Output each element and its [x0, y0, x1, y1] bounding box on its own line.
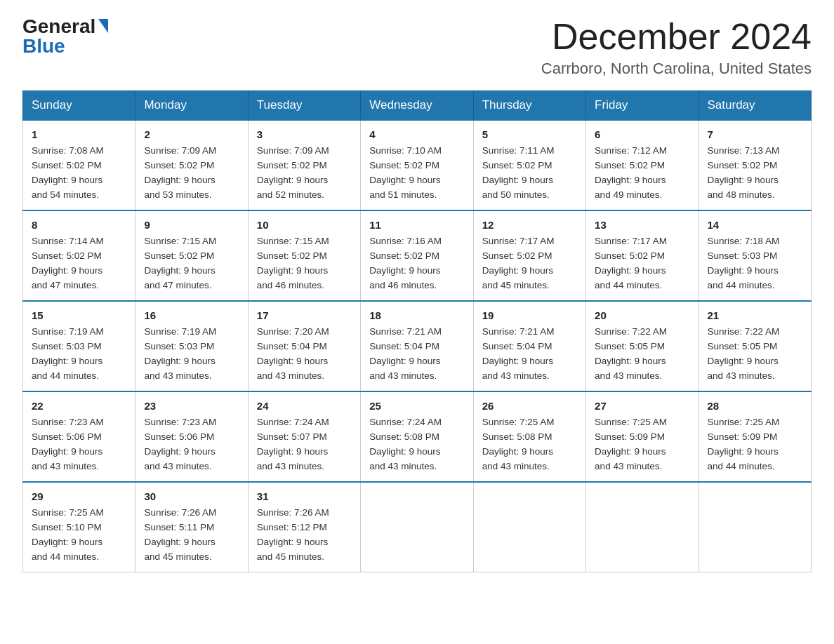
day-number: 2 — [144, 126, 239, 142]
day-info: Sunrise: 7:26 AMSunset: 5:12 PMDaylight:… — [257, 507, 329, 562]
calendar-cell: 16Sunrise: 7:19 AMSunset: 5:03 PMDayligh… — [135, 301, 248, 391]
day-info: Sunrise: 7:21 AMSunset: 5:04 PMDaylight:… — [369, 326, 442, 381]
calendar-cell: 7Sunrise: 7:13 AMSunset: 5:02 PMDaylight… — [699, 120, 811, 210]
logo-triangle-icon — [98, 19, 108, 33]
calendar-cell: 30Sunrise: 7:26 AMSunset: 5:11 PMDayligh… — [135, 482, 248, 572]
weekday-header-monday: Monday — [135, 91, 248, 121]
day-number: 26 — [482, 398, 577, 414]
weekday-header-row: SundayMondayTuesdayWednesdayThursdayFrid… — [23, 91, 812, 121]
calendar-cell — [361, 482, 473, 572]
calendar-cell: 11Sunrise: 7:16 AMSunset: 5:02 PMDayligh… — [361, 210, 473, 301]
day-number: 12 — [482, 217, 577, 233]
day-number: 16 — [144, 307, 239, 323]
day-info: Sunrise: 7:25 AMSunset: 5:09 PMDaylight:… — [708, 417, 780, 471]
day-number: 24 — [257, 398, 352, 414]
calendar-cell — [473, 482, 585, 572]
page-header: General Blue December 2024 Carrboro, Nor… — [22, 17, 812, 78]
day-number: 30 — [144, 488, 239, 504]
day-number: 9 — [144, 217, 239, 233]
calendar-cell: 18Sunrise: 7:21 AMSunset: 5:04 PMDayligh… — [361, 301, 473, 391]
weekday-header-saturday: Saturday — [699, 91, 811, 121]
day-number: 18 — [369, 307, 464, 323]
calendar-cell: 8Sunrise: 7:14 AMSunset: 5:02 PMDaylight… — [23, 210, 135, 301]
day-number: 6 — [595, 126, 689, 142]
day-number: 15 — [32, 307, 126, 323]
day-info: Sunrise: 7:21 AMSunset: 5:04 PMDaylight:… — [482, 326, 555, 381]
day-info: Sunrise: 7:25 AMSunset: 5:09 PMDaylight:… — [595, 417, 667, 471]
day-number: 8 — [32, 217, 126, 233]
day-info: Sunrise: 7:26 AMSunset: 5:11 PMDaylight:… — [144, 507, 216, 562]
day-number: 22 — [32, 398, 126, 414]
day-number: 17 — [257, 307, 352, 323]
day-info: Sunrise: 7:19 AMSunset: 5:03 PMDaylight:… — [32, 326, 104, 381]
logo: General Blue — [22, 17, 108, 56]
logo-general-text: General — [22, 17, 95, 36]
day-info: Sunrise: 7:10 AMSunset: 5:02 PMDaylight:… — [369, 145, 442, 200]
calendar-cell: 31Sunrise: 7:26 AMSunset: 5:12 PMDayligh… — [248, 482, 360, 572]
calendar-cell: 12Sunrise: 7:17 AMSunset: 5:02 PMDayligh… — [473, 210, 585, 301]
calendar-cell: 5Sunrise: 7:11 AMSunset: 5:02 PMDaylight… — [473, 120, 585, 210]
day-info: Sunrise: 7:19 AMSunset: 5:03 PMDaylight:… — [144, 326, 216, 381]
calendar-cell: 1Sunrise: 7:08 AMSunset: 5:02 PMDaylight… — [23, 120, 135, 210]
day-info: Sunrise: 7:08 AMSunset: 5:02 PMDaylight:… — [32, 145, 104, 200]
day-number: 27 — [595, 398, 689, 414]
calendar-cell: 3Sunrise: 7:09 AMSunset: 5:02 PMDaylight… — [248, 120, 360, 210]
day-info: Sunrise: 7:13 AMSunset: 5:02 PMDaylight:… — [708, 145, 780, 200]
calendar-cell: 20Sunrise: 7:22 AMSunset: 5:05 PMDayligh… — [586, 301, 699, 391]
day-number: 23 — [144, 398, 239, 414]
day-info: Sunrise: 7:23 AMSunset: 5:06 PMDaylight:… — [144, 417, 216, 471]
calendar-cell: 14Sunrise: 7:18 AMSunset: 5:03 PMDayligh… — [699, 210, 811, 301]
day-info: Sunrise: 7:25 AMSunset: 5:10 PMDaylight:… — [32, 507, 104, 562]
calendar-cell: 29Sunrise: 7:25 AMSunset: 5:10 PMDayligh… — [23, 482, 135, 572]
calendar-cell: 22Sunrise: 7:23 AMSunset: 5:06 PMDayligh… — [23, 391, 135, 482]
day-number: 4 — [369, 126, 464, 142]
weekday-header-wednesday: Wednesday — [361, 91, 473, 121]
day-number: 21 — [708, 307, 802, 323]
day-number: 31 — [257, 488, 352, 504]
day-number: 13 — [595, 217, 689, 233]
day-info: Sunrise: 7:20 AMSunset: 5:04 PMDaylight:… — [257, 326, 329, 381]
day-info: Sunrise: 7:23 AMSunset: 5:06 PMDaylight:… — [32, 417, 104, 471]
month-title: December 2024 — [541, 17, 812, 57]
calendar-cell: 28Sunrise: 7:25 AMSunset: 5:09 PMDayligh… — [699, 391, 811, 482]
weekday-header-sunday: Sunday — [23, 91, 135, 121]
day-number: 29 — [32, 488, 126, 504]
day-info: Sunrise: 7:16 AMSunset: 5:02 PMDaylight:… — [369, 236, 442, 290]
day-info: Sunrise: 7:18 AMSunset: 5:03 PMDaylight:… — [708, 236, 780, 290]
calendar-cell — [586, 482, 699, 572]
calendar-cell: 27Sunrise: 7:25 AMSunset: 5:09 PMDayligh… — [586, 391, 699, 482]
calendar-cell: 26Sunrise: 7:25 AMSunset: 5:08 PMDayligh… — [473, 391, 585, 482]
day-number: 25 — [369, 398, 464, 414]
calendar-cell: 19Sunrise: 7:21 AMSunset: 5:04 PMDayligh… — [473, 301, 585, 391]
day-info: Sunrise: 7:17 AMSunset: 5:02 PMDaylight:… — [595, 236, 667, 290]
day-number: 10 — [257, 217, 352, 233]
day-number: 7 — [708, 126, 802, 142]
calendar-week-row: 29Sunrise: 7:25 AMSunset: 5:10 PMDayligh… — [23, 482, 812, 572]
logo-blue-text: Blue — [22, 36, 65, 56]
calendar-week-row: 15Sunrise: 7:19 AMSunset: 5:03 PMDayligh… — [23, 301, 812, 391]
day-info: Sunrise: 7:09 AMSunset: 5:02 PMDaylight:… — [144, 145, 216, 200]
day-info: Sunrise: 7:17 AMSunset: 5:02 PMDaylight:… — [482, 236, 555, 290]
day-number: 1 — [32, 126, 126, 142]
day-number: 11 — [369, 217, 464, 233]
day-info: Sunrise: 7:12 AMSunset: 5:02 PMDaylight:… — [595, 145, 667, 200]
day-number: 5 — [482, 126, 577, 142]
calendar-week-row: 1Sunrise: 7:08 AMSunset: 5:02 PMDaylight… — [23, 120, 812, 210]
day-number: 14 — [708, 217, 802, 233]
calendar-cell: 25Sunrise: 7:24 AMSunset: 5:08 PMDayligh… — [361, 391, 473, 482]
day-info: Sunrise: 7:15 AMSunset: 5:02 PMDaylight:… — [144, 236, 216, 290]
weekday-header-thursday: Thursday — [473, 91, 585, 121]
day-info: Sunrise: 7:15 AMSunset: 5:02 PMDaylight:… — [257, 236, 329, 290]
day-number: 19 — [482, 307, 577, 323]
calendar-cell: 17Sunrise: 7:20 AMSunset: 5:04 PMDayligh… — [248, 301, 360, 391]
day-number: 20 — [595, 307, 689, 323]
day-info: Sunrise: 7:11 AMSunset: 5:02 PMDaylight:… — [482, 145, 555, 200]
calendar-cell: 4Sunrise: 7:10 AMSunset: 5:02 PMDaylight… — [361, 120, 473, 210]
calendar-cell: 9Sunrise: 7:15 AMSunset: 5:02 PMDaylight… — [135, 210, 248, 301]
calendar-cell: 6Sunrise: 7:12 AMSunset: 5:02 PMDaylight… — [586, 120, 699, 210]
calendar-cell: 15Sunrise: 7:19 AMSunset: 5:03 PMDayligh… — [23, 301, 135, 391]
day-info: Sunrise: 7:24 AMSunset: 5:08 PMDaylight:… — [369, 417, 442, 471]
calendar-table: SundayMondayTuesdayWednesdayThursdayFrid… — [22, 90, 812, 572]
day-number: 28 — [708, 398, 802, 414]
calendar-cell: 2Sunrise: 7:09 AMSunset: 5:02 PMDaylight… — [135, 120, 248, 210]
